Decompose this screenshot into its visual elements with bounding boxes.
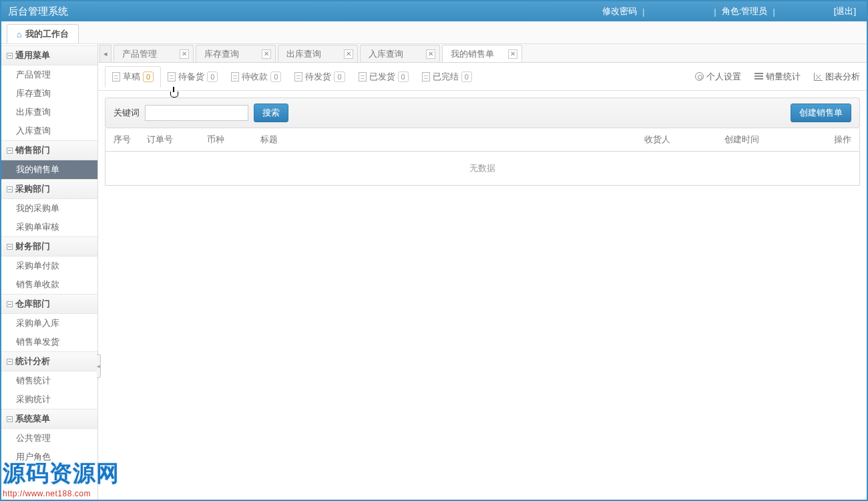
- status-tab-label: 草稿: [123, 71, 140, 83]
- inner-tab[interactable]: 出库查询✕: [278, 45, 358, 62]
- list-icon: [754, 73, 763, 80]
- chart-analysis-label: 图表分析: [825, 71, 860, 83]
- status-tab-label: 已完结: [433, 71, 459, 83]
- sidebar-item[interactable]: 采购单付款: [1, 257, 97, 275]
- separator: |: [714, 7, 716, 17]
- inner-tab-label: 产品管理: [122, 48, 157, 60]
- inner-tab[interactable]: 入库查询✕: [360, 45, 440, 62]
- sidebar-item[interactable]: 我的采购单: [1, 199, 97, 218]
- document-icon: [422, 72, 430, 81]
- sidebar-item[interactable]: 采购单入库: [1, 314, 97, 333]
- inner-tab-label: 出库查询: [286, 48, 321, 60]
- outer-tab-dashboard[interactable]: ⌂ 我的工作台: [7, 24, 79, 43]
- sidebar: 通用菜单产品管理库存查询出库查询入库查询销售部门我的销售单采购部门我的采购单采购…: [1, 44, 98, 500]
- inner-tab-strip: ◂ 产品管理✕库存查询✕出库查询✕入库查询✕我的销售单✕: [98, 44, 867, 63]
- sales-stat-label: 销量统计: [766, 71, 801, 83]
- tab-close-button[interactable]: ✕: [262, 49, 271, 59]
- tab-close-button[interactable]: ✕: [426, 49, 435, 59]
- outer-tab-strip: ⌂ 我的工作台: [1, 21, 867, 44]
- sidebar-item[interactable]: 销售单发货: [1, 333, 97, 351]
- sidebar-collapse-handle[interactable]: ◂: [97, 354, 101, 378]
- keyword-input[interactable]: [145, 105, 248, 121]
- search-bar: 关键词 搜索 创建销售单: [105, 98, 860, 128]
- sidebar-group-header[interactable]: 销售部门: [1, 140, 97, 160]
- sidebar-item[interactable]: 销售统计: [1, 371, 97, 390]
- sidebar-group-title: 系统菜单: [15, 413, 50, 425]
- inner-tab[interactable]: 产品管理✕: [114, 45, 194, 62]
- chart-analysis-link[interactable]: 图表分析: [814, 71, 860, 83]
- th-currency: 币种: [207, 134, 260, 146]
- chart-icon: [814, 73, 823, 81]
- status-tab[interactable]: 草稿0: [105, 66, 161, 88]
- status-count-badge: 0: [270, 71, 281, 82]
- status-tab-label: 待收款: [242, 71, 268, 83]
- status-tab[interactable]: 已发货0: [352, 66, 415, 87]
- sidebar-group-title: 统计分析: [15, 355, 50, 367]
- tab-close-button[interactable]: ✕: [180, 49, 189, 59]
- tab-scroll-left[interactable]: ◂: [99, 45, 112, 62]
- tab-close-button[interactable]: ✕: [344, 49, 353, 59]
- tab-close-button[interactable]: ✕: [508, 49, 517, 59]
- table-header-row: 序号 订单号 币种 标题 收货人 创建时间 操作: [105, 128, 860, 152]
- sidebar-group-header[interactable]: 通用菜单: [1, 45, 97, 65]
- gear-icon: [695, 72, 704, 81]
- status-tab[interactable]: 待发货0: [288, 66, 351, 87]
- sidebar-item[interactable]: 用户角色: [1, 448, 97, 466]
- status-count-badge: 0: [334, 71, 345, 82]
- th-orderno: 订单号: [147, 134, 207, 146]
- sidebar-item[interactable]: 公共管理: [1, 429, 97, 448]
- collapse-icon: [7, 148, 13, 154]
- document-icon: [168, 72, 176, 81]
- inner-tab-label: 入库查询: [369, 48, 403, 60]
- sidebar-group-title: 通用菜单: [15, 49, 50, 61]
- document-icon: [359, 72, 367, 81]
- collapse-icon: [7, 301, 13, 307]
- change-password-link[interactable]: 修改密码: [602, 5, 637, 17]
- status-tab-label: 待备货: [178, 71, 204, 83]
- settings-label: 个人设置: [706, 71, 741, 83]
- sidebar-group-header[interactable]: 采购部门: [1, 179, 97, 199]
- th-index: 序号: [114, 134, 147, 146]
- sidebar-item[interactable]: 入库查询: [1, 122, 97, 140]
- sidebar-group-header[interactable]: 仓库部门: [1, 294, 97, 314]
- inner-tab[interactable]: 库存查询✕: [196, 45, 276, 62]
- inner-tab-label: 我的销售单: [451, 48, 494, 60]
- status-tab-label: 待发货: [305, 71, 331, 83]
- sidebar-item[interactable]: 出库查询: [1, 103, 97, 122]
- collapse-icon: [7, 244, 13, 250]
- status-tab[interactable]: 待收款0: [224, 66, 288, 87]
- sidebar-group-header[interactable]: 财务部门: [1, 236, 97, 257]
- sidebar-item[interactable]: 采购单审核: [1, 218, 97, 236]
- sidebar-item[interactable]: 库存查询: [1, 84, 97, 103]
- home-icon: ⌂: [17, 29, 22, 39]
- sidebar-item[interactable]: 产品管理: [1, 65, 97, 84]
- collapse-icon: [7, 416, 13, 422]
- table-empty-message: 无数据: [105, 152, 860, 186]
- sales-statistics-link[interactable]: 销量统计: [754, 71, 801, 83]
- status-count-badge: 0: [398, 71, 409, 82]
- logout-link[interactable]: [退出]: [834, 5, 856, 17]
- role-label: 角色:管理员: [722, 5, 768, 17]
- create-sales-order-button[interactable]: 创建销售单: [791, 104, 851, 122]
- document-icon: [112, 72, 120, 81]
- th-created: 创建时间: [724, 134, 811, 146]
- personal-settings-link[interactable]: 个人设置: [695, 71, 741, 83]
- sidebar-item[interactable]: 采购统计: [1, 390, 97, 409]
- collapse-icon: [7, 359, 13, 365]
- sidebar-item[interactable]: 销售单收款: [1, 275, 97, 294]
- status-count-badge: 0: [207, 71, 218, 82]
- sidebar-group-title: 采购部门: [15, 183, 50, 195]
- sidebar-group-title: 销售部门: [15, 144, 50, 156]
- sidebar-item[interactable]: 我的销售单: [1, 160, 97, 179]
- status-tab[interactable]: 待备货0: [161, 66, 224, 87]
- th-action: 操作: [811, 134, 851, 146]
- sidebar-group-header[interactable]: 统计分析: [1, 351, 97, 371]
- status-tab-label: 已发货: [369, 71, 395, 83]
- status-tab[interactable]: 已完结0: [415, 66, 479, 87]
- inner-tab[interactable]: 我的销售单✕: [442, 45, 522, 62]
- sidebar-group-header[interactable]: 系统菜单: [1, 409, 97, 429]
- search-button[interactable]: 搜索: [254, 104, 288, 122]
- top-bar: 后台管理系统 修改密码 | | 角色:管理员 | [退出]: [1, 1, 867, 21]
- app-title: 后台管理系统: [8, 5, 68, 18]
- sidebar-group-title: 财务部门: [15, 240, 50, 253]
